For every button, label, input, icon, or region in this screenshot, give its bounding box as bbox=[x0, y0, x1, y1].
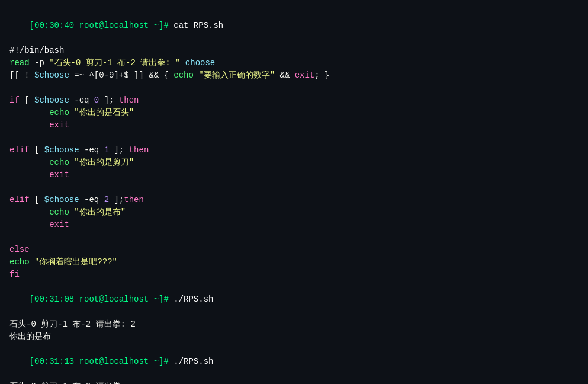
cmd-line-3: [00:31:13 root@localhost ~]# ./RPS.sh bbox=[9, 343, 579, 380]
code-exit1: exit bbox=[9, 119, 579, 132]
code-echo2: echo "你出的是剪刀" bbox=[9, 156, 579, 169]
blank-1 bbox=[9, 82, 579, 94]
cmd-line-1: [00:30:40 root@localhost ~]# cat RPS.sh bbox=[9, 7, 579, 44]
output-3: 石头-0 剪刀-1 布-2 请出拳: xx bbox=[9, 380, 579, 384]
code-shebang: #!/bin/bash bbox=[9, 44, 579, 57]
prompt-3: [00:31:13 root@localhost ~]# bbox=[30, 357, 174, 366]
code-read: read -p "石头-0 剪刀-1 布-2 请出拳: " choose bbox=[9, 57, 579, 69]
blank-2 bbox=[9, 132, 579, 144]
code-if1: if [ $choose -eq 0 ]; then bbox=[9, 94, 579, 107]
code-echo3: echo "你出的是布" bbox=[9, 206, 579, 219]
cmd-line-2: [00:31:08 root@localhost ~]# ./RPS.sh bbox=[9, 281, 579, 318]
code-elif1: elif [ $choose -eq 1 ]; then bbox=[9, 144, 579, 156]
code-exit2: exit bbox=[9, 169, 579, 181]
code-fi: fi bbox=[9, 268, 579, 281]
cmd-text-2: ./RPS.sh bbox=[173, 295, 213, 304]
output-1: 石头-0 剪刀-1 布-2 请出拳: 2 bbox=[9, 318, 579, 331]
prompt-1: [00:30:40 root@localhost ~]# bbox=[30, 21, 174, 30]
code-elif2: elif [ $choose -eq 2 ];then bbox=[9, 194, 579, 206]
blank-4 bbox=[9, 231, 579, 244]
blank-3 bbox=[9, 181, 579, 194]
cmd-text-1: cat RPS.sh bbox=[173, 21, 223, 30]
code-validate: [[ ! $choose =~ ^[0-9]+$ ]] && { echo "要… bbox=[9, 69, 579, 82]
code-exit3: exit bbox=[9, 219, 579, 231]
terminal: [00:30:40 root@localhost ~]# cat RPS.sh … bbox=[9, 7, 579, 384]
prompt-2: [00:31:08 root@localhost ~]# bbox=[30, 295, 174, 304]
output-2: 你出的是布 bbox=[9, 331, 579, 343]
code-echo1: echo "你出的是石头" bbox=[9, 107, 579, 119]
cmd-text-3: ./RPS.sh bbox=[173, 357, 213, 366]
code-else: else bbox=[9, 244, 579, 256]
code-echo4: echo "你搁着瞎出是吧???" bbox=[9, 256, 579, 268]
